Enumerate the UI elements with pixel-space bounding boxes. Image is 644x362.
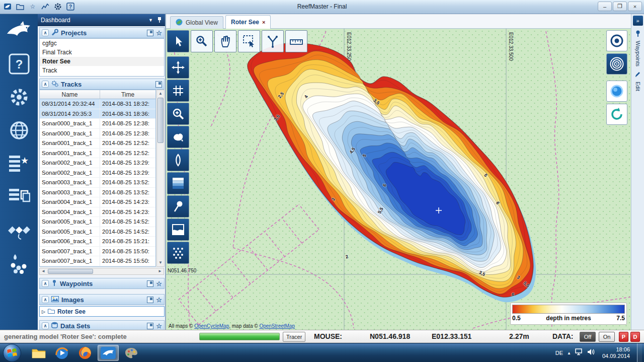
- star-icon[interactable]: ☆: [156, 297, 162, 303]
- waypoint-pin-button[interactable]: [167, 195, 189, 218]
- popout-icon[interactable]: [155, 81, 162, 88]
- track-library-button[interactable]: ★: [0, 147, 38, 180]
- track-row[interactable]: Sonar0006_track_1 2014-08-25 15:21:: [40, 237, 155, 247]
- track-row[interactable]: Sonar0004_track_1 2014-08-25 14:23:: [40, 207, 155, 218]
- globe-view-button[interactable]: [0, 114, 38, 147]
- base-map-button[interactable]: [167, 126, 189, 148]
- sonar-points-button[interactable]: [0, 247, 38, 280]
- track-row[interactable]: Sonar0003_track_1 2014-08-25 13:52:: [40, 178, 155, 188]
- tracks-vertical-scrollbar[interactable]: ▲ ▼: [156, 90, 165, 267]
- pan-hand-tool-button[interactable]: [214, 30, 236, 52]
- track-row[interactable]: Sonar0005_track_1 2014-08-25 14:52:: [40, 227, 155, 237]
- tab-close-icon[interactable]: ×: [262, 19, 265, 25]
- collapse-icon[interactable]: ∧: [42, 296, 49, 303]
- projects-list[interactable]: cgfgcFinal TrackRoter SeeTrack: [39, 38, 165, 77]
- images-section-header[interactable]: ∧ Images ☆: [39, 294, 165, 305]
- map-canvas[interactable]: E012.33.250 E012.33.500 N051.46.750: [166, 29, 631, 330]
- track-row[interactable]: Sonar0000_track_1 2014-08-25 12:38:: [40, 119, 155, 129]
- images-tree-item[interactable]: ▷ Roter See: [39, 306, 165, 317]
- scroll-thumb[interactable]: [48, 269, 93, 274]
- track-split-tool-button[interactable]: [262, 30, 284, 52]
- track-row[interactable]: Sonar0004_track_1 2014-08-25 14:23:: [40, 197, 155, 207]
- taskbar-mediaplayer-button[interactable]: [51, 345, 72, 361]
- satellite-button[interactable]: [0, 213, 38, 247]
- taskbar-clock[interactable]: 18:06 04.09.2014: [599, 346, 633, 359]
- minimize-button[interactable]: –: [598, 2, 612, 11]
- edit-panel-tab[interactable]: Edit: [635, 82, 641, 91]
- zoom-window-button[interactable]: [167, 103, 189, 125]
- scroll-down-arrow[interactable]: ▼: [157, 259, 164, 266]
- points-layer-button[interactable]: [167, 242, 189, 264]
- scroll-thumb[interactable]: [157, 98, 164, 143]
- measure-tool-button[interactable]: [285, 30, 307, 52]
- sonar-image-button[interactable]: [167, 219, 189, 241]
- tracks-col-name[interactable]: Name: [40, 90, 100, 99]
- options-gear-button[interactable]: [0, 81, 38, 114]
- pointer-tool-button[interactable]: [167, 30, 189, 52]
- tracks-table[interactable]: 08/31/2014 20:32:44 2014-08-31 18:32: 08…: [39, 99, 156, 267]
- taskbar-reefmaster-button[interactable]: [98, 345, 119, 361]
- tab-global-view[interactable]: Global View: [170, 16, 223, 29]
- scroll-left-arrow[interactable]: ◄: [40, 268, 47, 274]
- data-on-toggle[interactable]: On: [599, 332, 615, 342]
- collapse-icon[interactable]: ∧: [42, 29, 49, 36]
- tracks-table-header[interactable]: Name Time: [39, 90, 156, 99]
- map-viewport[interactable]: E012.33.250 E012.33.500 N051.46.750 2,53…: [166, 29, 631, 330]
- project-item[interactable]: Final Track: [40, 48, 164, 57]
- select-area-tool-button[interactable]: [238, 30, 260, 52]
- dashboard-menu-icon[interactable]: ▼: [148, 18, 153, 23]
- grid-toggle-button[interactable]: [167, 80, 189, 102]
- tracks-horizontal-scrollbar[interactable]: ◄ ►: [39, 268, 164, 275]
- close-button[interactable]: ×: [628, 2, 642, 11]
- popout-icon[interactable]: [147, 280, 153, 287]
- tab-roter-see[interactable]: Roter See ×: [225, 15, 271, 29]
- volume-icon[interactable]: [587, 348, 595, 357]
- track-row[interactable]: Sonar0002_track_1 2014-08-25 13:29:: [40, 168, 155, 178]
- project-item[interactable]: Roter See: [40, 57, 164, 66]
- project-library-button[interactable]: [0, 180, 38, 213]
- waypoints-panel-tab[interactable]: Waypoints: [635, 41, 641, 66]
- d-indicator-button[interactable]: D: [630, 332, 640, 342]
- opencyclemap-link[interactable]: OpenCycleMap: [194, 323, 229, 329]
- collapse-icon[interactable]: ∧: [42, 280, 49, 287]
- waypoints-section-header[interactable]: ∧ Waypoints ☆: [39, 278, 165, 289]
- tracer-button[interactable]: Tracer: [283, 332, 305, 342]
- zoom-in-tool-button[interactable]: [191, 30, 213, 52]
- track-row[interactable]: Sonar0005_track_1 2014-08-25 14:52:: [40, 217, 155, 227]
- track-row[interactable]: Sonar0001_track_1 2014-08-25 12:52:: [40, 138, 155, 149]
- dashboard-pin-icon[interactable]: [157, 17, 162, 24]
- track-row[interactable]: Sonar0001_track_1 2014-08-25 12:52:: [40, 149, 155, 159]
- scroll-right-arrow[interactable]: ►: [156, 268, 164, 274]
- start-button[interactable]: [3, 344, 21, 362]
- datasets-section-header[interactable]: ∧ Data Sets ☆: [39, 320, 165, 330]
- expand-arrow-icon[interactable]: ▷: [42, 309, 45, 314]
- track-row[interactable]: Sonar0000_track_1 2014-08-25 12:38:: [40, 129, 155, 139]
- waypoint-display-button[interactable]: [606, 30, 627, 51]
- move-map-button[interactable]: [167, 56, 189, 79]
- star-icon[interactable]: ☆: [156, 280, 162, 287]
- tracks-section-header[interactable]: ∧ Tracks: [39, 79, 165, 90]
- taskbar-paint-button[interactable]: [121, 345, 142, 361]
- maximize-button[interactable]: ❐: [613, 2, 627, 11]
- network-icon[interactable]: [575, 348, 583, 357]
- openstreetmap-link[interactable]: OpenStreetMap: [259, 323, 295, 329]
- popout-icon[interactable]: [147, 297, 153, 303]
- star-icon[interactable]: ☆: [156, 30, 162, 36]
- collapse-icon[interactable]: ∧: [42, 322, 49, 329]
- track-row[interactable]: Sonar0007_track_1 2014-08-25 15:50:: [40, 256, 155, 266]
- contour-display-button[interactable]: [606, 53, 627, 75]
- p-indicator-button[interactable]: P: [619, 332, 628, 342]
- refresh-model-button[interactable]: [606, 104, 627, 125]
- depth-shade-display-button[interactable]: [606, 81, 627, 102]
- project-item[interactable]: cgfgc: [40, 39, 164, 48]
- projects-section-header[interactable]: ∧ Projects ☆: [39, 27, 165, 38]
- language-indicator[interactable]: DE: [555, 350, 563, 356]
- track-row[interactable]: 08/31/2014 20:35:3 2014-08-31 18:36:: [40, 109, 155, 119]
- track-row[interactable]: Sonar0007_track_1 2014-08-25 15:50:: [40, 247, 155, 257]
- reefmaster-shark-logo[interactable]: [0, 14, 38, 47]
- depth-shading-button[interactable]: [167, 172, 189, 194]
- scroll-up-arrow[interactable]: ▲: [157, 90, 164, 97]
- project-item[interactable]: Track: [40, 66, 164, 75]
- track-row[interactable]: Sonar0003_track_1 2014-08-25 13:52:: [40, 188, 155, 198]
- show-desktop-button[interactable]: [637, 343, 642, 362]
